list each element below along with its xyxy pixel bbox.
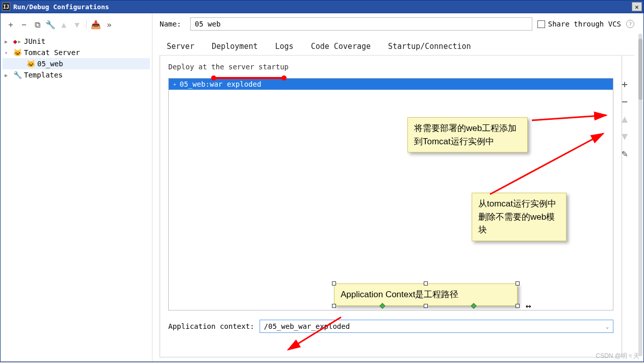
tab-startup-connection[interactable]: Startup/Connection	[388, 42, 471, 51]
titlebar: IJ Run/Debug Configurations ✕	[0, 0, 644, 13]
artifact-icon: ✦	[173, 81, 176, 88]
right-panel: Name: Share through VCS ? Server Deploym…	[152, 13, 643, 361]
tree-item-05web[interactable]: 🐱 05_web	[3, 58, 150, 69]
window-body: + − ⧉ 🔧 ▲ ▼ 📥 » ▶ ◆▸ JUnit ▾ 🐱 Tomcat Se…	[0, 13, 644, 362]
add-config-button[interactable]: +	[5, 18, 17, 31]
selection-handle[interactable]	[332, 281, 336, 286]
left-toolbar: + − ⧉ 🔧 ▲ ▼ 📥 »	[3, 17, 150, 36]
config-tree: ▶ ◆▸ JUnit ▾ 🐱 Tomcat Server 🐱 05_web ▶ …	[3, 36, 150, 359]
tree-label: Tomcat Server	[24, 48, 80, 57]
tree-item-templates[interactable]: ▶ 🔧 Templates	[3, 69, 150, 81]
tree-label: Templates	[24, 71, 63, 79]
tomcat-icon: 🐱	[13, 48, 22, 57]
annotation-app-context: Application Context是工程路径	[334, 283, 518, 306]
tab-deployment[interactable]: Deployment	[212, 42, 257, 51]
expand-button[interactable]: »	[103, 18, 115, 31]
remove-artifact-button[interactable]: −	[619, 96, 630, 107]
selection-handle[interactable]	[424, 304, 428, 308]
name-row: Name: Share through VCS ?	[160, 17, 634, 31]
move-down-button[interactable]: ▼	[71, 18, 83, 31]
annotation-text: Application Context是工程路径	[341, 290, 458, 299]
name-input[interactable]	[190, 17, 532, 31]
selection-handle[interactable]	[332, 304, 336, 308]
application-context-input[interactable]: /05_web_war_exploded ⌄	[260, 320, 613, 333]
annotation-add-web: 将需要部署的web工程添加到Tomcat运行实例中	[407, 117, 528, 152]
name-label: Name:	[160, 20, 185, 28]
deploy-label: Deploy at the server startup	[168, 63, 613, 71]
scrollbar[interactable]	[638, 34, 642, 356]
tomcat-icon: 🐱	[26, 60, 35, 68]
application-context-label: Application context:	[168, 322, 254, 330]
wrench-button[interactable]: 🔧	[44, 18, 57, 31]
artifact-side-buttons: + − ▲ ▼ ✎	[619, 79, 630, 159]
copy-config-button[interactable]: ⧉	[31, 18, 43, 31]
tabs: Server Deployment Logs Code Coverage Sta…	[160, 38, 634, 56]
application-context-row: Application context: /05_web_war_explode…	[168, 320, 613, 333]
window-title: Run/Debug Configurations	[13, 3, 632, 11]
tab-logs[interactable]: Logs	[275, 42, 294, 51]
chevron-down-icon: ▾	[5, 50, 11, 56]
remove-config-button[interactable]: −	[18, 18, 30, 31]
close-button[interactable]: ✕	[632, 2, 642, 11]
folder-button[interactable]: 📥	[90, 18, 102, 31]
resize-arrow-icon: ↔	[526, 300, 531, 311]
scrollbar-thumb[interactable]	[638, 39, 642, 100]
checkbox-icon[interactable]	[537, 20, 545, 28]
tab-server[interactable]: Server	[167, 42, 194, 51]
chevron-right-icon: ▶	[5, 72, 11, 78]
selection-handle[interactable]	[424, 281, 428, 286]
wrench-icon: 🔧	[13, 71, 22, 79]
chevron-right-icon: ▶	[5, 39, 11, 44]
tab-code-coverage[interactable]: Code Coverage	[311, 42, 371, 51]
tree-label: 05_web	[37, 60, 63, 68]
watermark: CSDN @明々天	[596, 352, 639, 360]
selection-handle[interactable]	[516, 304, 520, 308]
share-through-vcs[interactable]: Share through VCS ?	[537, 20, 634, 28]
move-artifact-up-button[interactable]: ▲	[619, 113, 630, 124]
artifact-label: 05_web:war exploded	[179, 80, 261, 88]
application-context-value: /05_web_war_exploded	[264, 322, 350, 330]
annotation-remove-web: 从tomcat运行实例中删除不需要的web模块	[472, 193, 566, 241]
junit-icon: ◆▸	[13, 37, 22, 45]
move-up-button[interactable]: ▲	[58, 18, 70, 31]
toolbar-separator	[86, 20, 87, 29]
left-panel: + − ⧉ 🔧 ▲ ▼ 📥 » ▶ ◆▸ JUnit ▾ 🐱 Tomcat Se…	[1, 13, 152, 361]
artifact-item[interactable]: ✦ 05_web:war exploded	[169, 79, 613, 90]
tree-item-junit[interactable]: ▶ ◆▸ JUnit	[3, 36, 150, 47]
app-icon: IJ	[2, 3, 10, 11]
selection-handle[interactable]	[516, 281, 520, 286]
wrench-icon: 🔧	[45, 20, 56, 30]
chevron-down-icon[interactable]: ⌄	[606, 324, 609, 329]
tree-label: JUnit	[24, 37, 45, 45]
share-label: Share through VCS	[548, 20, 621, 28]
move-artifact-down-button[interactable]: ▼	[619, 131, 630, 142]
help-icon[interactable]: ?	[626, 20, 634, 28]
edit-artifact-button[interactable]: ✎	[619, 148, 630, 159]
tree-item-tomcat[interactable]: ▾ 🐱 Tomcat Server	[3, 47, 150, 58]
add-artifact-button[interactable]: +	[619, 79, 630, 90]
